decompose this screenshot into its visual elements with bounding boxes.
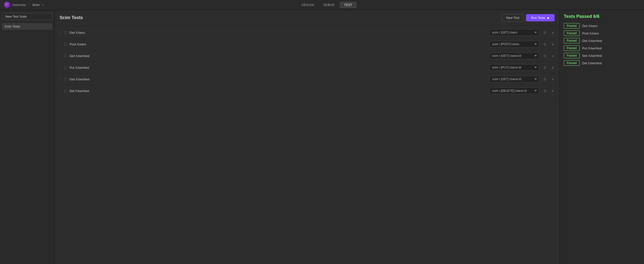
expand-chevron-icon[interactable]: › (59, 77, 62, 81)
run-single-button[interactable]: ▶ (550, 65, 556, 70)
run-single-button[interactable]: ▶ (550, 88, 556, 94)
run-tests-label: Run Tests (531, 16, 545, 19)
sidebar-item-scim-tests[interactable]: Scim Tests (2, 23, 52, 30)
status-badge: Passed (564, 30, 580, 36)
table-row: › ☐ Del /User/test scim / [DELETE] Users… (55, 85, 560, 97)
request-select[interactable]: scim / [PUT] Users/:id (490, 64, 539, 71)
run-single-button[interactable]: ▶ (550, 30, 556, 35)
table-row: › ☐ Get /User/test scim / [GET] Users/:i… (55, 73, 560, 85)
expand-chevron-icon[interactable]: › (59, 89, 62, 93)
request-select[interactable]: scim / [GET] Users/:id (490, 53, 539, 59)
topbar: Insomnia / Scim ▾ DESIGN DEBUG TEST (0, 0, 644, 10)
result-item: Passed Post /Users (564, 30, 640, 36)
sidebar-item-label: Scim Tests (4, 24, 20, 28)
doc-icon: ☐ (64, 77, 67, 81)
result-name: Get /User/test (582, 39, 602, 43)
insomnia-logo (4, 2, 10, 8)
status-badge: Passed (564, 60, 580, 66)
main-layout: New Test Suite Scim Tests Scim Tests New… (0, 10, 644, 264)
doc-icon: ☐ (64, 89, 67, 93)
request-select[interactable]: scim / [POST] Users (490, 41, 539, 47)
new-test-button[interactable]: New Test (502, 14, 524, 21)
doc-icon: ☐ (64, 42, 67, 46)
project-name: Scim (32, 3, 40, 7)
doc-icon: ☐ (64, 31, 67, 34)
delete-button[interactable]: 🗑 (542, 88, 548, 94)
page-title: Scim Tests (60, 15, 502, 20)
delete-button[interactable]: 🗑 (542, 53, 548, 59)
run-tests-button[interactable]: Run Tests ▶ (526, 14, 554, 21)
result-name: Post /Users (582, 31, 599, 35)
app-name: Insomnia (12, 3, 26, 7)
delete-button[interactable]: 🗑 (542, 41, 548, 47)
test-name: Del /User/test (70, 89, 487, 93)
request-select[interactable]: scim / [GET] Users (490, 29, 539, 36)
result-item: Passed Put /User/test (564, 45, 640, 51)
request-select[interactable]: scim / [DELETE] Users/:id (490, 88, 539, 94)
test-list: › ☐ Get /Users scim / [GET] Users 🗑 ▶ › … (55, 26, 560, 264)
play-icon: ▶ (547, 16, 550, 19)
status-badge: Passed (564, 53, 580, 58)
expand-chevron-icon[interactable]: › (59, 54, 62, 58)
brand: Insomnia / Scim ▾ (4, 2, 44, 8)
test-name: Get /User/test (70, 54, 487, 58)
status-badge: Passed (564, 23, 580, 28)
run-single-button[interactable]: ▶ (550, 53, 556, 58)
test-name: Post /Users (70, 42, 487, 46)
result-name: Get /User/test (582, 54, 602, 57)
sidebar: New Test Suite Scim Tests (0, 10, 55, 264)
request-select[interactable]: scim / [GET] Users/:id (490, 76, 539, 82)
table-row: › ☐ Post /Users scim / [POST] Users 🗑 ▶ (55, 38, 560, 50)
delete-button[interactable]: 🗑 (542, 29, 548, 35)
result-item: Passed Del /User/test (564, 60, 640, 66)
run-single-button[interactable]: ▶ (550, 77, 556, 82)
expand-chevron-icon[interactable]: › (59, 42, 62, 46)
nav-design-button[interactable]: DESIGN (298, 2, 318, 8)
doc-icon: ☐ (64, 66, 67, 69)
delete-button[interactable]: 🗑 (542, 64, 548, 70)
new-suite-button[interactable]: New Test Suite (2, 13, 52, 20)
result-item: Passed Get /Users (564, 23, 640, 28)
test-name: Get /User/test (70, 77, 487, 81)
center-panel: Scim Tests New Test Run Tests ▶ › ☐ Get … (55, 10, 560, 264)
result-item: Passed Get /User/test (564, 38, 640, 43)
results-header: Tests Passed 6/6 (564, 14, 640, 19)
table-row: › ☐ Get /Users scim / [GET] Users 🗑 ▶ (55, 27, 560, 38)
delete-button[interactable]: 🗑 (542, 76, 548, 82)
run-single-button[interactable]: ▶ (550, 42, 556, 47)
table-row: › ☐ Get /User/test scim / [GET] Users/:i… (55, 50, 560, 62)
topbar-nav: DESIGN DEBUG TEST (298, 2, 356, 8)
result-name: Get /Users (582, 24, 598, 28)
nav-test-button[interactable]: TEST (340, 2, 356, 8)
expand-chevron-icon[interactable]: › (59, 65, 62, 69)
table-row: › ☐ Put /User/test scim / [PUT] Users/:i… (55, 62, 560, 73)
status-badge: Passed (564, 38, 580, 43)
project-chevron-icon[interactable]: ▾ (42, 3, 44, 6)
expand-chevron-icon[interactable]: › (59, 30, 62, 34)
center-header: Scim Tests New Test Run Tests ▶ (55, 10, 560, 26)
nav-debug-button[interactable]: DEBUG (319, 2, 339, 8)
breadcrumb-sep: / (28, 3, 30, 7)
results-panel: Tests Passed 6/6 Passed Get /Users Passe… (560, 10, 644, 264)
status-badge: Passed (564, 45, 580, 51)
result-name: Del /User/test (582, 61, 602, 65)
test-name: Put /User/test (70, 66, 487, 69)
result-name: Put /User/test (582, 46, 602, 50)
doc-icon: ☐ (64, 54, 67, 58)
result-item: Passed Get /User/test (564, 53, 640, 58)
test-name: Get /Users (70, 31, 487, 34)
